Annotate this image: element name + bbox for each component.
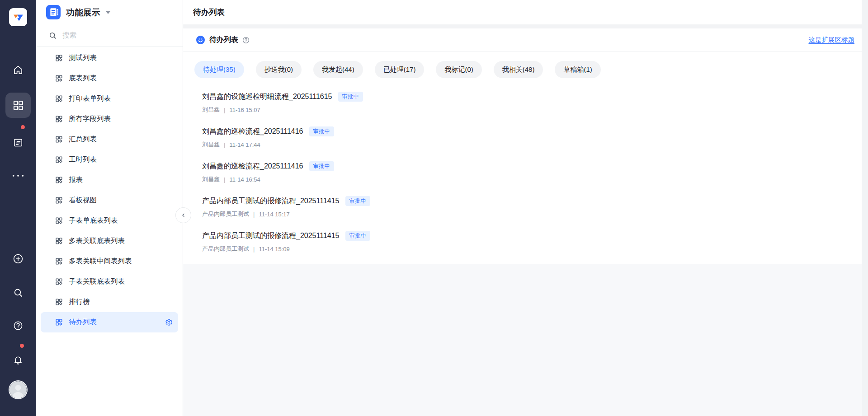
chevron-down-icon[interactable] (106, 11, 110, 16)
gear-icon[interactable] (165, 318, 173, 326)
filter-tab[interactable]: 草稿箱(1) (555, 61, 600, 78)
plus-circle-icon[interactable] (0, 253, 36, 265)
view-grid-icon (55, 278, 63, 285)
view-grid-icon (55, 237, 63, 245)
status-badge: 审批中 (345, 231, 371, 241)
task-item[interactable]: 产品内部员工测试的报修流程_2025111415 审批中 产品内部员工测试 | … (202, 196, 868, 218)
page-header: 待办列表 (183, 0, 868, 24)
workspace-header: 功能展示 (36, 0, 183, 24)
view-grid-icon (55, 196, 63, 204)
task-item[interactable]: 刘昌鑫的巡检流程_2025111416 审批中 刘昌鑫 | 11-14 17:4… (202, 126, 868, 149)
app-logo[interactable] (9, 8, 27, 26)
sidebar-item[interactable]: 子表单底表列表 (41, 210, 178, 231)
sidebar-item[interactable]: 子表关联底表列表 (41, 271, 178, 292)
sidebar-collapse-button[interactable] (175, 207, 191, 223)
search-icon (48, 31, 57, 40)
help-icon[interactable] (242, 36, 250, 44)
help-circle-icon[interactable] (0, 320, 36, 331)
view-grid-icon (55, 54, 63, 62)
task-item[interactable]: 刘昌鑫的巡检流程_2025111416 审批中 刘昌鑫 | 11-14 16:5… (202, 161, 868, 183)
status-badge: 审批中 (345, 196, 371, 206)
filter-tab[interactable]: 抄送我(0) (256, 61, 302, 78)
task-title[interactable]: 产品内部员工测试的报修流程_2025111415 (202, 231, 340, 241)
bell-icon[interactable] (0, 355, 36, 366)
sidebar-item[interactable]: 所有字段列表 (41, 109, 178, 129)
sidebar-nav: 测试列表 底表列表 (36, 47, 183, 332)
sidebar-item-label: 多表关联中间表列表 (69, 257, 132, 266)
sidebar-item-label: 看板视图 (69, 196, 97, 205)
workspace-sidebar: 功能展示 测试列表 (36, 0, 183, 416)
header-separator (183, 24, 868, 28)
chevron-left-icon (180, 212, 187, 219)
main-content: 待办列表 待办列表 这是扩展区标题 待处理(35) 抄送我(0) 我发起(44)… (183, 0, 868, 416)
meta-separator: | (224, 141, 225, 148)
sidebar-item[interactable]: 打印表单列表 (41, 89, 178, 109)
sidebar-item-label: 测试列表 (69, 53, 97, 63)
sidebar-item-label: 待办列表 (69, 318, 97, 327)
card-title: 待办列表 (209, 35, 238, 45)
more-ellipsis-icon[interactable] (0, 173, 36, 178)
status-badge: 审批中 (309, 161, 335, 172)
home-icon[interactable] (0, 64, 36, 76)
sidebar-item[interactable]: 汇总列表 (41, 129, 178, 150)
sidebar-item-label: 底表列表 (69, 74, 97, 83)
logo-glyph (12, 11, 24, 23)
task-owner: 产品内部员工测试 (202, 210, 249, 218)
search-input[interactable] (62, 31, 166, 39)
task-meta: 刘昌鑫 | 11-14 16:54 (202, 175, 868, 183)
sidebar-item[interactable]: 多表关联中间表列表 (41, 251, 178, 271)
task-title[interactable]: 刘昌鑫的巡检流程_2025111416 (202, 162, 303, 171)
task-owner: 刘昌鑫 (202, 175, 220, 183)
workspace-icon[interactable] (46, 5, 61, 19)
task-meta: 刘昌鑫 | 11-14 17:44 (202, 140, 868, 149)
status-badge: 审批中 (338, 92, 363, 102)
app-rail (0, 0, 36, 416)
todo-card-header: 待办列表 这是扩展区标题 (183, 28, 868, 52)
sidebar-item[interactable]: 报表 (41, 170, 178, 190)
sidebar-item-label: 排行榜 (69, 297, 90, 307)
view-grid-icon (55, 136, 63, 143)
docs-icon[interactable] (0, 137, 36, 148)
sidebar-item[interactable]: 看板视图 (41, 190, 178, 210)
filter-tabs: 待处理(35) 抄送我(0) 我发起(44) 已处理(17) 我标记(0) 我相… (183, 52, 868, 78)
task-item[interactable]: 刘昌鑫的设施巡检明细流程_2025111615 审批中 刘昌鑫 | 11-16 … (202, 92, 868, 114)
view-grid-icon (55, 257, 63, 265)
main-scrollbar[interactable] (862, 0, 868, 416)
filter-tab[interactable]: 待处理(35) (194, 61, 244, 78)
apps-nav-active[interactable] (5, 93, 31, 118)
task-title[interactable]: 刘昌鑫的巡检流程_2025111416 (202, 127, 303, 136)
meta-separator: | (224, 176, 225, 183)
filter-tab[interactable]: 我标记(0) (436, 61, 481, 78)
task-title[interactable]: 产品内部员工测试的报修流程_2025111415 (202, 196, 340, 206)
sidebar-item[interactable]: 排行榜 (41, 292, 178, 312)
filter-tab[interactable]: 我发起(44) (313, 61, 363, 78)
sidebar-item[interactable]: 待办列表 (41, 312, 178, 332)
task-time: 11-16 15:07 (229, 107, 260, 113)
task-title[interactable]: 刘昌鑫的设施巡检明细流程_2025111615 (202, 92, 332, 102)
sidebar-item-label: 子表单底表列表 (69, 216, 118, 225)
view-grid-icon (55, 298, 63, 306)
sidebar-item-label: 工时列表 (69, 155, 97, 164)
view-grid-icon (55, 217, 63, 224)
task-owner: 刘昌鑫 (202, 106, 220, 114)
sidebar-item[interactable]: 底表列表 (41, 68, 178, 89)
search-icon[interactable] (0, 287, 36, 298)
task-time: 11-14 15:09 (259, 246, 289, 252)
task-meta: 产品内部员工测试 | 11-14 15:17 (202, 210, 868, 218)
filter-tab[interactable]: 我相关(48) (494, 61, 543, 78)
extension-area-link[interactable]: 这是扩展区标题 (809, 36, 855, 44)
docs-notification-dot (21, 125, 25, 129)
avatar[interactable] (9, 380, 28, 399)
workspace-title[interactable]: 功能展示 (66, 7, 100, 18)
sidebar-item[interactable]: 测试列表 (41, 48, 178, 68)
sidebar-item-label: 打印表单列表 (69, 94, 111, 103)
status-badge: 审批中 (309, 126, 335, 137)
sidebar-search[interactable] (36, 24, 183, 47)
view-grid-icon (55, 115, 63, 123)
task-item[interactable]: 产品内部员工测试的报修流程_2025111415 审批中 产品内部员工测试 | … (202, 231, 868, 253)
task-owner: 刘昌鑫 (202, 140, 220, 149)
filter-tab[interactable]: 已处理(17) (375, 61, 425, 78)
sidebar-item[interactable]: 多表关联底表列表 (41, 231, 178, 251)
sidebar-item[interactable]: 工时列表 (41, 150, 178, 170)
apps-grid-icon (12, 99, 24, 112)
